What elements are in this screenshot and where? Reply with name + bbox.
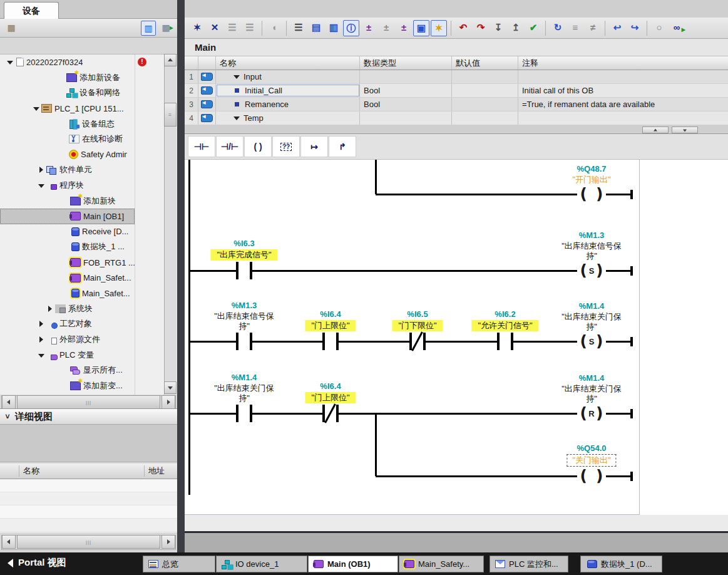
- tree-item-设备组态[interactable]: 设备组态: [0, 116, 135, 132]
- tree-item-添加新变-[interactable]: 添加新变...: [0, 378, 135, 393]
- nc-contact[interactable]: [322, 404, 339, 423]
- cell-datatype[interactable]: [360, 111, 452, 125]
- cell-datatype[interactable]: [360, 70, 452, 83]
- operand-label[interactable]: %M1.4"出库结束关门保持": [558, 373, 625, 404]
- operand-label[interactable]: %M1.3"出库结束信号保持": [210, 301, 278, 331]
- cell-comment[interactable]: =True, if remanent data are available: [518, 98, 728, 111]
- cell-name[interactable]: Remanence: [216, 98, 360, 111]
- column-datatype[interactable]: 数据类型: [360, 56, 452, 70]
- modify-values-icon[interactable]: ≠: [585, 20, 601, 36]
- absolute-operands-icon[interactable]: ±: [361, 20, 377, 36]
- taskbar-button-总览[interactable]: 总览: [143, 556, 215, 572]
- tree-item-PLC_1-CPU-151-[interactable]: PLC_1 [CPU 151...: [0, 101, 135, 117]
- cell-default[interactable]: [452, 111, 518, 125]
- cell-datatype[interactable]: Bool: [360, 98, 452, 111]
- operand-name[interactable]: "出库结束信号保持": [210, 311, 278, 331]
- network-comment-on-icon[interactable]: ☰: [224, 20, 240, 36]
- interface-row-Remanence[interactable]: 3RemanenceBool=True, if remanent data ar…: [185, 98, 728, 111]
- cell-datatype[interactable]: Bool: [360, 84, 452, 97]
- operand-address[interactable]: %M1.4: [558, 301, 625, 311]
- column-comment[interactable]: 注释: [518, 56, 728, 70]
- open-all-networks-icon[interactable]: ▤: [308, 20, 324, 36]
- tree-item-20220227f0324[interactable]: 20220227f0324!: [0, 54, 135, 70]
- tree-item-添加新设备[interactable]: 添加新设备: [0, 70, 135, 86]
- operand-label[interactable]: %I6.4"门上限位": [305, 381, 356, 403]
- tree-item-Safety-Admini-[interactable]: Safety Admini...: [0, 147, 135, 163]
- cell-comment[interactable]: Initial call of this OB: [518, 84, 728, 97]
- ladder-canvas[interactable]: ()%Q48.7"开门输出"%I6.3"出库完成信号"(S)%M1.3"出库结束…: [185, 160, 640, 515]
- taskbar-button-PLC-监控和-[interactable]: PLC 监控和...: [490, 556, 568, 572]
- collapse-arrow-icon[interactable]: [36, 180, 46, 190]
- tree-hscroll-thumb[interactable]: |||: [17, 395, 160, 409]
- expand-arrow-icon[interactable]: [45, 304, 55, 314]
- details-column-name[interactable]: 名称: [19, 465, 144, 477]
- jump-next-icon[interactable]: ↪: [627, 20, 643, 36]
- cell-comment[interactable]: [518, 111, 728, 125]
- cell-default[interactable]: [452, 70, 518, 83]
- operand-label[interactable]: %Q54.0"关门输出": [567, 443, 616, 467]
- tree-scroll-down-button[interactable]: [164, 381, 177, 394]
- taskbar-button-数据块_1-D-[interactable]: 数据块_1 (D...: [580, 556, 662, 572]
- operand-name[interactable]: "门下限位": [392, 320, 443, 331]
- no-contact[interactable]: [236, 404, 252, 423]
- operand-label[interactable]: %I6.4"门上限位": [305, 309, 356, 331]
- tree-scroll-thumb[interactable]: ≡: [164, 103, 177, 127]
- tree-item-Receive-D-[interactable]: Receive [D...: [0, 224, 135, 240]
- tree-scrollbar-vertical[interactable]: ≡: [164, 54, 177, 395]
- tree-item-Main_Safet-[interactable]: Main_Safet...: [0, 270, 135, 286]
- expand-arrow-icon[interactable]: [36, 165, 46, 175]
- splitter-up-button[interactable]: [642, 127, 669, 133]
- tree-item-默认变量-[interactable]: 默认变量...: [0, 393, 135, 395]
- tree-item-在线和诊断[interactable]: 在线和诊断: [0, 132, 135, 147]
- tab-devices[interactable]: 设备: [4, 2, 59, 19]
- details-scroll-left-button[interactable]: [2, 535, 16, 549]
- monitoring-glasses-icon[interactable]: ∞▶: [669, 20, 685, 36]
- insert-network-icon[interactable]: ✶: [189, 20, 205, 36]
- open-branch-button[interactable]: ↦: [300, 136, 328, 157]
- no-contact[interactable]: [236, 332, 252, 351]
- no-contact[interactable]: [236, 261, 252, 280]
- operand-name[interactable]: "开门输出": [572, 175, 610, 185]
- operand-name[interactable]: "出库结束关门保持": [558, 384, 625, 404]
- compile-icon[interactable]: ✔: [525, 20, 541, 36]
- details-column-address[interactable]: 地址: [144, 465, 177, 477]
- operand-name[interactable]: "出库结束信号保持": [558, 241, 625, 261]
- operand-label[interactable]: %M1.4"出库结束关门保持": [558, 301, 625, 332]
- operand-label[interactable]: %Q48.7"开门输出": [572, 164, 610, 185]
- symbol-info-icon[interactable]: ±: [396, 20, 412, 36]
- filter-tree-icon[interactable]: ▦: [4, 21, 19, 36]
- cell-name[interactable]: Initial_Call: [216, 84, 360, 97]
- empty-box-button[interactable]: ??: [272, 136, 300, 157]
- cell-comment[interactable]: [518, 70, 728, 83]
- reset-coil[interactable]: (R): [577, 403, 606, 423]
- group-expander-icon[interactable]: [233, 117, 240, 120]
- operand-address[interactable]: %Q54.0: [567, 443, 616, 453]
- expand-arrow-icon[interactable]: [36, 334, 46, 344]
- operand-address[interactable]: %M1.4: [210, 373, 278, 383]
- jump-previous-icon[interactable]: ↩: [609, 20, 625, 36]
- operand-address[interactable]: %M1.3: [210, 301, 278, 311]
- tree-item-软件单元[interactable]: 软件单元: [0, 162, 135, 178]
- network-title-icon[interactable]: ☰: [290, 20, 307, 36]
- favorites-display-icon[interactable]: ▣: [413, 20, 429, 36]
- set-coil[interactable]: (S): [577, 261, 606, 281]
- operand-address[interactable]: %I6.5: [392, 309, 443, 319]
- interface-row-Temp[interactable]: 4Temp: [185, 111, 728, 125]
- tree-item-显示所有-[interactable]: 显示所有...: [0, 363, 135, 378]
- operand-label[interactable]: %M1.4"出库结束关门保持": [210, 373, 278, 403]
- details-scroll-right-button[interactable]: [161, 535, 175, 549]
- operand-address[interactable]: %Q48.7: [572, 164, 610, 174]
- tree-item-PLC-变量[interactable]: PLC 变量: [0, 347, 135, 363]
- cell-name[interactable]: Input: [216, 70, 360, 83]
- nc-contact-button[interactable]: ⊣/⊢: [216, 136, 244, 157]
- interface-row-Input[interactable]: 1Input: [185, 70, 728, 84]
- tree-item-工艺对象[interactable]: 工艺对象: [0, 316, 135, 332]
- operand-name[interactable]: "关门输出": [567, 454, 616, 467]
- operand-name[interactable]: "出库结束关门保持": [210, 383, 278, 403]
- operand-info-icon[interactable]: ±: [378, 20, 394, 36]
- coil-button[interactable]: ( ): [244, 136, 272, 157]
- export-table-icon[interactable]: ▦: [158, 21, 173, 36]
- tree-item-外部源文件[interactable]: 外部源文件: [0, 332, 135, 348]
- operand-address[interactable]: %M1.3: [558, 231, 625, 241]
- freeform-comment-icon[interactable]: ◖: [266, 20, 282, 36]
